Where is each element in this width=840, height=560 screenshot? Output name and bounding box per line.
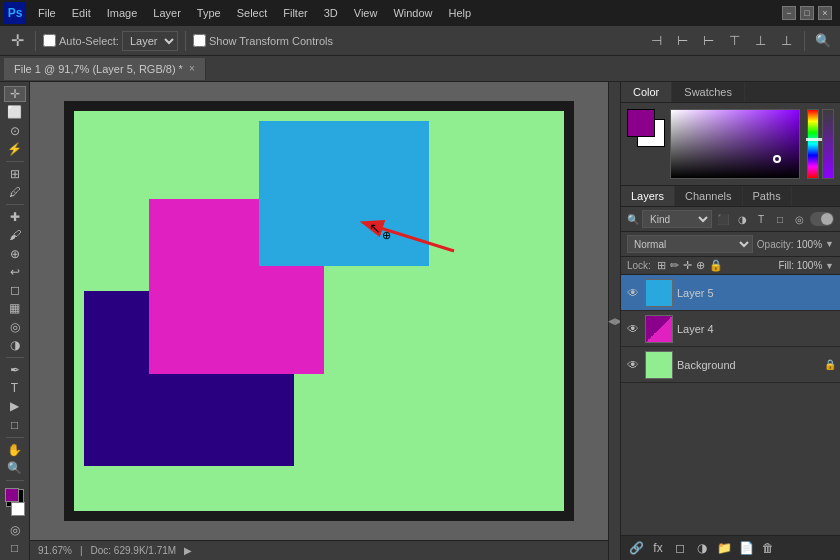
align-right-icon[interactable]: ⊢ [697,30,719,52]
menu-view[interactable]: View [346,0,386,26]
align-top-icon[interactable]: ⊤ [723,30,745,52]
menu-layer[interactable]: Layer [145,0,189,26]
delete-layer-btn[interactable]: 🗑 [759,539,777,557]
layers-tab[interactable]: Layers [621,186,675,206]
new-layer-btn[interactable]: 📄 [737,539,755,557]
panel-collapse-handle[interactable]: ◀▶ [608,82,620,560]
link-layers-btn[interactable]: 🔗 [627,539,645,557]
transform-controls-label: Show Transform Controls [209,35,333,47]
paths-tab[interactable]: Paths [743,186,792,206]
filter-toggle[interactable] [810,212,834,226]
text-tool-btn[interactable]: T [4,380,26,396]
layer-kind-filter[interactable]: Kind [642,210,712,228]
eyedropper-tool-btn[interactable]: 🖊 [4,184,26,200]
adjustment-filter-btn[interactable]: ◑ [734,211,750,227]
zoom-tool-btn[interactable]: 🔍 [4,460,26,476]
gradient-tool-btn[interactable]: ▦ [4,300,26,316]
canvas-area: ↖ ⊕ 91.67% | Doc: 629.9K/1.71M ▶ [30,82,608,560]
transform-controls-checkbox[interactable] [193,34,206,47]
crop-tool-btn[interactable]: ⊞ [4,166,26,182]
menu-select[interactable]: Select [229,0,276,26]
menu-help[interactable]: Help [441,0,480,26]
tab-close-btn[interactable]: × [189,63,195,74]
maximize-btn[interactable]: □ [800,6,814,20]
align-center-h-icon[interactable]: ⊢ [671,30,693,52]
minimize-btn[interactable]: − [782,6,796,20]
pixel-filter-btn[interactable]: ⬛ [715,211,731,227]
color-picker [670,109,834,179]
menu-file[interactable]: File [30,0,64,26]
shape-filter-btn[interactable]: □ [772,211,788,227]
menu-filter[interactable]: Filter [275,0,315,26]
text-filter-btn[interactable]: T [753,211,769,227]
move-tool-btn[interactable]: ✛ [4,86,26,102]
hand-tool-btn[interactable]: ✋ [4,441,26,457]
lasso-tool-btn[interactable]: ⊙ [4,123,26,139]
move-tool[interactable]: ✛ [6,30,28,52]
lock-checkerboard-icon[interactable]: ⊞ [657,259,666,272]
quick-select-tool-btn[interactable]: ⚡ [4,141,26,157]
select-rect-tool-btn[interactable]: ⬜ [4,104,26,120]
color-saturation-box[interactable] [670,109,800,179]
menu-3d[interactable]: 3D [316,0,346,26]
layer-item-layer4[interactable]: 👁 Layer 4 [621,311,840,347]
channels-tab[interactable]: Channels [675,186,742,206]
menu-image[interactable]: Image [99,0,146,26]
hue-slider[interactable] [807,109,819,179]
shape-tool-btn[interactable]: □ [4,416,26,432]
lock-brush-icon[interactable]: ✏ [670,259,679,272]
layer-select[interactable]: Layer [122,31,178,51]
menu-type[interactable]: Type [189,0,229,26]
fg-bg-color-selector[interactable] [627,109,664,147]
file-tab[interactable]: File 1 @ 91,7% (Layer 5, RGB/8) * × [4,58,206,80]
fill-dropdown-icon[interactable]: ▼ [825,261,834,271]
close-btn[interactable]: × [818,6,832,20]
lock-artboard-icon[interactable]: ⊕ [696,259,705,272]
new-fill-adjustment-btn[interactable]: ◑ [693,539,711,557]
dodge-tool-btn[interactable]: ◑ [4,337,26,353]
color-tab[interactable]: Color [621,82,672,102]
fill-value: 100% [797,260,823,271]
lock-move-icon[interactable]: ✛ [683,259,692,272]
swatches-tab[interactable]: Swatches [672,82,745,102]
layer-item-layer5[interactable]: 👁 Layer 5 [621,275,840,311]
lock-all-icon[interactable]: 🔒 [709,259,723,272]
lock-row: Lock: ⊞ ✏ ✛ ⊕ 🔒 Fill: 100% ▼ [621,257,840,275]
menu-edit[interactable]: Edit [64,0,99,26]
quick-mask-btn[interactable]: ◎ [4,522,26,538]
new-group-btn[interactable]: 📁 [715,539,733,557]
history-brush-btn[interactable]: ↩ [4,264,26,280]
healing-tool-btn[interactable]: ✚ [4,209,26,225]
background-visibility-toggle[interactable]: 👁 [625,357,641,373]
screen-mode-btn[interactable]: □ [4,540,26,556]
layer5-visibility-toggle[interactable]: 👁 [625,285,641,301]
pen-tool-btn[interactable]: ✒ [4,362,26,378]
add-style-btn[interactable]: fx [649,539,667,557]
canvas-container[interactable]: ↖ ⊕ [30,82,608,540]
search-icon[interactable]: 🔍 [812,30,834,52]
layer-item-background[interactable]: 👁 Background 🔒 [621,347,840,383]
statusbar-arrow[interactable]: ▶ [184,545,192,556]
status-bar: 91.67% | Doc: 629.9K/1.71M ▶ [30,540,608,560]
layer4-visibility-toggle[interactable]: 👁 [625,321,641,337]
align-bottom-icon[interactable]: ⊥ [775,30,797,52]
align-center-v-icon[interactable]: ⊥ [749,30,771,52]
foreground-color-swatch[interactable] [627,109,655,137]
brush-tool-btn[interactable]: 🖌 [4,227,26,243]
layers-panel: Layers Channels Paths 🔍 Kind ⬛ ◑ T □ ◎ [621,186,840,560]
blur-tool-btn[interactable]: ◎ [4,318,26,334]
opacity-label: Opacity: [757,239,794,250]
align-left-icon[interactable]: ⊣ [645,30,667,52]
path-select-btn[interactable]: ▶ [4,398,26,414]
color-panel-content [621,103,840,185]
add-mask-btn[interactable]: ◻ [671,539,689,557]
clone-tool-btn[interactable]: ⊕ [4,245,26,261]
opacity-slider[interactable] [822,109,834,179]
opacity-dropdown-icon[interactable]: ▼ [825,239,834,249]
eraser-tool-btn[interactable]: ◻ [4,282,26,298]
blend-mode-select[interactable]: Normal [627,235,753,253]
menu-window[interactable]: Window [385,0,440,26]
autoselect-checkbox[interactable] [43,34,56,47]
smart-filter-btn[interactable]: ◎ [791,211,807,227]
background-color[interactable] [11,502,25,516]
